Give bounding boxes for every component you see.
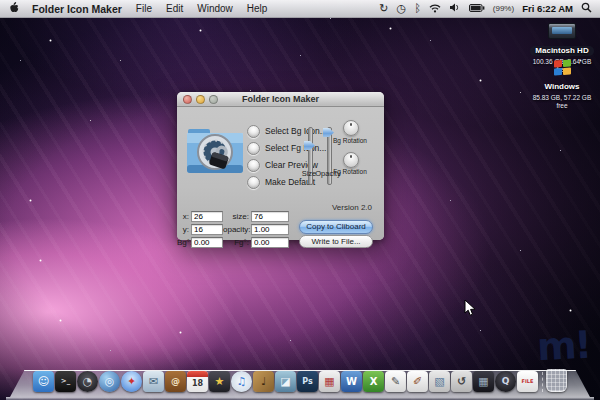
bluetooth-icon[interactable]: ᛒ [414, 3, 421, 14]
bg-deg-field[interactable] [191, 237, 223, 248]
minimize-button[interactable] [196, 95, 205, 104]
dock-item-app-sphere-lock[interactable]: ◎ [99, 371, 120, 392]
mouse-cursor [464, 299, 476, 321]
wifi-icon[interactable] [429, 3, 441, 15]
apple-logo-icon [9, 1, 20, 14]
dock-item-safari[interactable]: ✦ [121, 371, 142, 392]
dock-item-ical[interactable]: 18 [187, 371, 208, 392]
apple-menu[interactable] [9, 1, 20, 16]
volume-icon[interactable] [449, 3, 461, 14]
menu-file[interactable]: File [136, 3, 152, 14]
app-sphere-lock-icon: ◎ [105, 376, 115, 387]
safari-icon: ✦ [127, 376, 136, 387]
bg-deg-field-label: Bg°: [177, 238, 189, 247]
window-titlebar[interactable]: Folder Icon Maker [177, 92, 384, 107]
photo-file-icon: ▧ [434, 376, 444, 387]
fg-rotation-label: Fg Rotation [325, 168, 375, 175]
dock-item-terminal[interactable]: >_ [55, 371, 76, 392]
dock-item-star-app[interactable]: ★ [209, 371, 230, 392]
round-button-bezel [247, 125, 260, 138]
hard-drive-icon [548, 23, 576, 39]
itunes-icon: ♫ [237, 376, 247, 387]
button-label: Select Fg Icon... [265, 143, 326, 153]
version-text: Version 2.0 [332, 203, 372, 212]
dock-item-word[interactable]: W [341, 371, 362, 392]
desktop-icon-windows[interactable]: Windows 85.83 GB, 57.22 GB free [530, 60, 594, 110]
spotlight-icon[interactable] [581, 2, 592, 15]
dock-item-iphoto[interactable]: ◪ [275, 371, 296, 392]
excel-icon: X [370, 377, 378, 387]
dashboard-clock-icon: ◔ [83, 376, 93, 387]
round-button-bezel [247, 142, 260, 155]
sync-icon[interactable]: ↻ [379, 3, 388, 14]
dock-item-garageband[interactable]: ♩ [253, 371, 274, 392]
menu-help[interactable]: Help [247, 3, 268, 14]
size-slider-thumb[interactable] [304, 141, 315, 150]
y-field[interactable] [191, 224, 223, 235]
close-button[interactable] [183, 95, 192, 104]
dock-item-app-colored-blocks[interactable]: ▦ [319, 371, 340, 392]
menu-window[interactable]: Window [197, 3, 233, 14]
folder-icon-maker-window: Folder Icon Maker [177, 92, 384, 240]
time-machine-icon[interactable]: ◷ [397, 3, 407, 14]
volume-info: 85.83 GB, 57.22 GB free [530, 94, 594, 110]
address-book-icon: @ [171, 377, 180, 386]
app-colored-blocks-icon: ▦ [324, 376, 334, 387]
battery-icon[interactable] [469, 3, 485, 14]
volume-label: Windows [539, 82, 584, 92]
dock-item-finder[interactable]: ☺ [33, 371, 54, 392]
write-to-file-button[interactable]: Write to File... [299, 235, 373, 248]
dock-item-file-document[interactable]: FILE [517, 371, 538, 392]
garageband-icon: ♩ [261, 376, 266, 387]
app-rotate-box-icon: ↺ [457, 376, 466, 387]
dock-item-address-book[interactable]: @ [165, 371, 186, 392]
dock-item-app-rotate-box[interactable]: ↺ [451, 371, 472, 392]
dock-separator [539, 370, 545, 392]
fg-rotation-knob[interactable] [343, 152, 359, 168]
window-content: Select Bg Icon... Select Fg Icon... Clea… [177, 107, 384, 240]
windows-logo-icon [554, 60, 571, 76]
zoom-button[interactable] [209, 95, 218, 104]
macupdate-watermark: m! [536, 323, 591, 370]
dock-item-itunes[interactable]: ♫ [231, 371, 252, 392]
dock-item-excel[interactable]: X [363, 371, 384, 392]
ical-icon: 18 [192, 380, 203, 388]
dock-item-quicktime[interactable]: Q [495, 371, 516, 392]
fg-deg-field[interactable] [251, 237, 289, 248]
dock-item-photo-file[interactable]: ▧ [429, 371, 450, 392]
file-document-icon: FILE [522, 379, 534, 384]
y-field-label: y: [177, 225, 189, 234]
dock-item-dashboard-clock[interactable]: ◔ [77, 371, 98, 392]
folder-preview [185, 121, 245, 179]
opacity-slider-thumb[interactable] [323, 128, 334, 137]
button-label: Select Bg Icon... [265, 126, 327, 136]
menu-clock[interactable]: Fri 6:22 AM [522, 3, 573, 14]
dock-item-trash[interactable] [546, 369, 567, 392]
x-field[interactable] [191, 211, 223, 222]
quicktime-icon: Q [502, 377, 510, 386]
word-icon: W [346, 377, 357, 387]
dock-item-mail[interactable]: ✉ [143, 371, 164, 392]
menu-bar: Folder Icon Maker File Edit Window Help … [0, 0, 600, 18]
round-button-bezel [247, 176, 260, 189]
volume-label: Macintosh HD [530, 46, 593, 56]
fg-deg-field-label: Fg°: [223, 238, 249, 247]
size-field-label: size: [223, 212, 249, 221]
bg-rotation-label: Bg Rotation [325, 137, 375, 144]
dock-item-photoshop[interactable]: Ps [297, 371, 318, 392]
x-field-label: x: [177, 212, 189, 221]
bg-rotation-knob[interactable] [343, 120, 359, 136]
dock: ☺>_◔◎✦✉@18★♫♩◪Ps▦WX✎✐▧↺▦QFILE [0, 366, 600, 400]
menu-edit[interactable]: Edit [166, 3, 183, 14]
document-pencil-icon: ✎ [391, 376, 400, 387]
document-pen-icon: ✐ [413, 376, 422, 387]
folder-lock-icon [185, 121, 245, 179]
dock-item-document-pencil[interactable]: ✎ [385, 371, 406, 392]
opacity-field[interactable] [251, 224, 289, 235]
iphoto-icon: ◪ [280, 376, 290, 387]
size-field[interactable] [251, 211, 289, 222]
dock-item-document-pen[interactable]: ✐ [407, 371, 428, 392]
copy-to-clipboard-button[interactable]: Copy to Cliboard [299, 220, 373, 234]
menu-app-name[interactable]: Folder Icon Maker [32, 3, 122, 15]
dock-item-app-dark-tiles[interactable]: ▦ [473, 371, 494, 392]
